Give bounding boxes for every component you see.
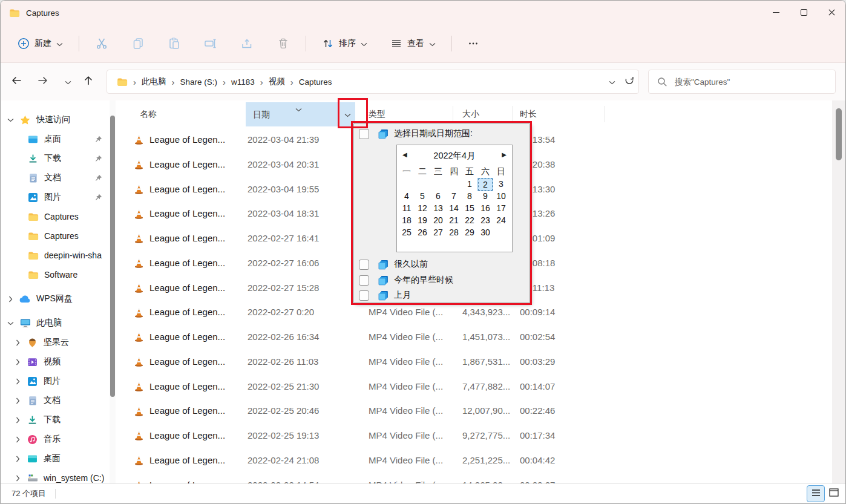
date-filter-dropdown-button[interactable]	[339, 102, 355, 126]
rename-button[interactable]	[199, 33, 222, 54]
file-row[interactable]: League of Legen...2022-02-26 11:03MP4 Vi…	[116, 350, 832, 375]
calendar-day[interactable]: 28	[447, 227, 461, 239]
calendar-day[interactable]: 4	[399, 191, 414, 203]
calendar-day[interactable]: 13	[431, 203, 445, 215]
chevron-down-icon[interactable]	[7, 321, 14, 326]
sidebar-item-quick-access[interactable]: 快速访问	[1, 110, 110, 129]
calendar-day[interactable]: 22	[462, 215, 477, 227]
sidebar-item-desktop[interactable]: 桌面	[1, 129, 110, 149]
calendar-day[interactable]: 27	[431, 227, 445, 239]
sidebar-item-captures-1[interactable]: Captures	[1, 207, 110, 226]
calendar-day[interactable]: 20	[431, 215, 445, 227]
sidebar-item-pictures-pc[interactable]: 图片	[1, 371, 110, 391]
calendar-day[interactable]: 14	[447, 203, 461, 215]
chevron-right-icon[interactable]	[7, 296, 14, 303]
sidebar-item-videos[interactable]: 视频	[1, 352, 110, 371]
calendar-day[interactable]: 18	[399, 215, 414, 227]
refresh-icon[interactable]	[624, 75, 635, 88]
sidebar-item-music[interactable]: 音乐	[1, 430, 110, 449]
sidebar-item-this-pc[interactable]: 此电脑	[1, 313, 110, 333]
recent-locations-button[interactable]	[57, 71, 78, 92]
large-icons-view-button[interactable]	[825, 485, 843, 502]
chevron-right-icon[interactable]	[14, 398, 21, 404]
cut-button[interactable]	[90, 33, 113, 54]
calendar-day[interactable]: 21	[447, 215, 461, 227]
filter-option-date-range[interactable]: 选择日期或日期范围:	[354, 126, 473, 141]
view-button[interactable]: 查看	[385, 34, 441, 53]
chevron-right-icon[interactable]	[14, 475, 21, 482]
chevron-down-icon[interactable]	[7, 118, 14, 122]
calendar-prev-button[interactable]: ◀	[402, 151, 407, 158]
chevron-right-icon[interactable]	[14, 417, 21, 424]
breadcrumb[interactable]: ›此电脑›Share (S:)›w1183›视频›Captures	[107, 70, 639, 94]
new-button[interactable]: 新建	[13, 34, 68, 53]
search-input[interactable]	[674, 77, 835, 87]
calendar-next-button[interactable]: ▶	[502, 151, 507, 158]
file-row[interactable]: League of Legen...2022-02-26 16:34MP4 Vi…	[116, 325, 832, 350]
calendar-day[interactable]: 11	[399, 203, 414, 215]
checkbox[interactable]	[359, 129, 369, 139]
calendar-day[interactable]: 30	[478, 227, 493, 239]
calendar-day[interactable]: 16	[478, 203, 493, 215]
paste-button[interactable]	[163, 33, 186, 54]
up-button[interactable]	[78, 71, 99, 92]
sidebar-item-software[interactable]: Software	[1, 265, 110, 284]
minimize-button[interactable]	[762, 1, 790, 25]
delete-button[interactable]	[272, 33, 295, 54]
calendar-day[interactable]: 24	[494, 215, 508, 227]
column-header-name[interactable]: 名称	[140, 100, 157, 128]
file-row[interactable]: League of Legen...2022-02-25 21:30MP4 Vi…	[116, 375, 832, 399]
file-row[interactable]: League of Legen...2022-02-27 0:20MP4 Vid…	[116, 300, 832, 325]
chevron-right-icon[interactable]	[14, 436, 21, 443]
breadcrumb-item[interactable]: Captures	[299, 77, 332, 87]
calendar-day[interactable]: 17	[494, 203, 508, 215]
file-row[interactable]: League of Legen...2022-02-25 19:13MP4 Vi…	[116, 424, 832, 448]
sidebar-item-downloads[interactable]: 下载	[1, 149, 110, 168]
breadcrumb-item[interactable]: 视频	[269, 76, 285, 87]
filter-option-3[interactable]: 上月	[354, 288, 411, 303]
calendar-day[interactable]: 7	[447, 191, 461, 203]
checkbox[interactable]	[359, 275, 369, 286]
sidebar-item-downloads-pc[interactable]: 下载	[1, 410, 110, 430]
file-row[interactable]: League of Legen...2022-02-24 21:08MP4 Vi…	[116, 448, 832, 473]
calendar-day[interactable]: 6	[431, 191, 445, 203]
sidebar-item-documents[interactable]: 文档	[1, 168, 110, 188]
sidebar-item-pictures[interactable]: 图片	[1, 188, 110, 207]
details-view-button[interactable]	[807, 485, 825, 502]
calendar-day[interactable]: 1	[462, 178, 477, 191]
breadcrumb-item[interactable]: Share (S:)	[180, 77, 218, 87]
calendar-day[interactable]: 10	[494, 191, 508, 203]
calendar-day[interactable]: 15	[462, 203, 477, 215]
sidebar-item-desktop-pc[interactable]: 桌面	[1, 449, 110, 468]
filter-option-2[interactable]: 今年的早些时候	[354, 273, 453, 287]
sidebar-item-wps-cloud[interactable]: WPS网盘	[1, 289, 110, 309]
sidebar-scrollbar[interactable]	[110, 100, 116, 483]
back-button[interactable]	[6, 71, 27, 92]
forward-button[interactable]	[33, 71, 53, 92]
sidebar-item-captures-2[interactable]: Captures	[1, 226, 110, 246]
address-dropdown-icon[interactable]	[609, 76, 615, 87]
calendar-day[interactable]: 5	[415, 191, 430, 203]
breadcrumb-item[interactable]: w1183	[231, 77, 255, 87]
vertical-scrollbar[interactable]	[832, 100, 845, 483]
calendar-day[interactable]: 8	[462, 191, 477, 203]
sidebar-item-win-system-c[interactable]: win_system (C:)	[1, 468, 110, 483]
close-button[interactable]	[818, 1, 845, 25]
sidebar-item-nutstore[interactable]: 坚果云	[1, 333, 110, 352]
copy-button[interactable]	[126, 33, 149, 54]
chevron-right-icon[interactable]	[14, 378, 21, 385]
calendar-day[interactable]: 29	[462, 227, 477, 239]
sort-button[interactable]: 排序	[317, 34, 372, 53]
calendar-day[interactable]: 26	[415, 227, 430, 239]
sidebar-item-deepin-win-sha[interactable]: deepin-win-sha	[1, 246, 110, 265]
calendar-day[interactable]: 2	[478, 178, 493, 191]
calendar-day[interactable]: 23	[478, 215, 493, 227]
calendar-day[interactable]: 3	[494, 178, 508, 191]
sidebar-item-documents-pc[interactable]: 文档	[1, 391, 110, 410]
column-header-date[interactable]: 日期	[246, 102, 339, 126]
calendar-day[interactable]: 19	[415, 215, 430, 227]
share-button[interactable]	[235, 33, 258, 54]
maximize-button[interactable]	[790, 1, 818, 25]
file-row[interactable]: League of Legen...2022-02-23 14:54MP4 Vi…	[116, 473, 832, 484]
sidebar-scrollbar-thumb[interactable]	[110, 116, 115, 397]
